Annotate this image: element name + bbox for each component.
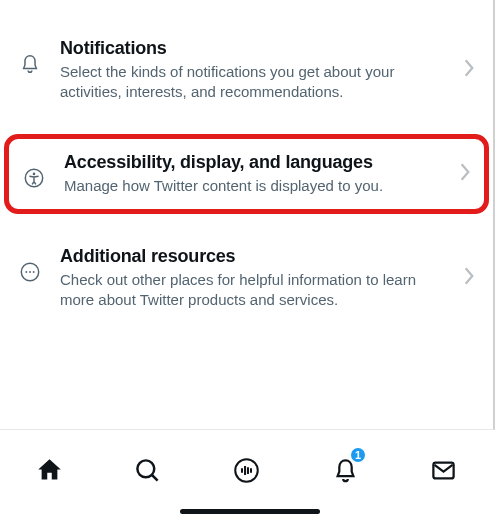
bell-icon bbox=[18, 52, 42, 76]
settings-row-desc: Manage how Twitter content is displayed … bbox=[64, 176, 441, 196]
nav-spaces[interactable] bbox=[226, 450, 266, 490]
settings-row-accessibility[interactable]: Accessibility, display, and languages Ma… bbox=[4, 134, 489, 214]
settings-row-resources[interactable]: Additional resources Check out other pla… bbox=[0, 228, 493, 328]
settings-row-desc: Check out other places for helpful infor… bbox=[60, 270, 445, 311]
settings-row-title: Notifications bbox=[60, 38, 445, 60]
settings-row-title: Accessibility, display, and languages bbox=[64, 152, 441, 174]
settings-list: Notifications Select the kinds of notifi… bbox=[0, 0, 495, 430]
svg-point-4 bbox=[29, 271, 31, 273]
settings-row-body: Accessibility, display, and languages Ma… bbox=[64, 152, 441, 196]
chevron-right-icon bbox=[463, 266, 477, 290]
svg-point-6 bbox=[138, 460, 155, 477]
settings-row-desc: Select the kinds of notifications you ge… bbox=[60, 62, 445, 103]
nav-home[interactable] bbox=[29, 450, 69, 490]
accessibility-icon bbox=[22, 166, 46, 190]
nav-messages[interactable] bbox=[424, 450, 464, 490]
settings-row-body: Notifications Select the kinds of notifi… bbox=[60, 38, 445, 102]
more-circle-icon bbox=[18, 260, 42, 284]
settings-row-notifications[interactable]: Notifications Select the kinds of notifi… bbox=[0, 20, 493, 120]
svg-point-1 bbox=[33, 173, 36, 176]
svg-point-3 bbox=[25, 271, 27, 273]
settings-row-title: Additional resources bbox=[60, 246, 445, 268]
chevron-right-icon bbox=[459, 162, 473, 186]
nav-search[interactable] bbox=[128, 450, 168, 490]
home-indicator bbox=[180, 509, 320, 514]
svg-point-5 bbox=[33, 271, 35, 273]
nav-notifications[interactable]: 1 bbox=[325, 450, 365, 490]
settings-row-body: Additional resources Check out other pla… bbox=[60, 246, 445, 310]
chevron-right-icon bbox=[463, 58, 477, 82]
notification-badge: 1 bbox=[349, 446, 367, 464]
svg-point-7 bbox=[235, 459, 258, 482]
